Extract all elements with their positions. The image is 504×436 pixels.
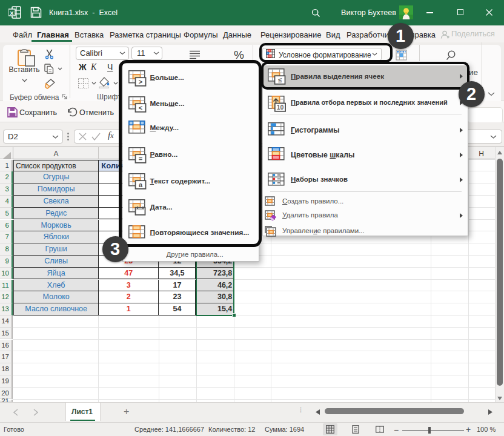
svg-text:10: 10 — [277, 104, 284, 111]
svg-text:X: X — [10, 10, 14, 16]
